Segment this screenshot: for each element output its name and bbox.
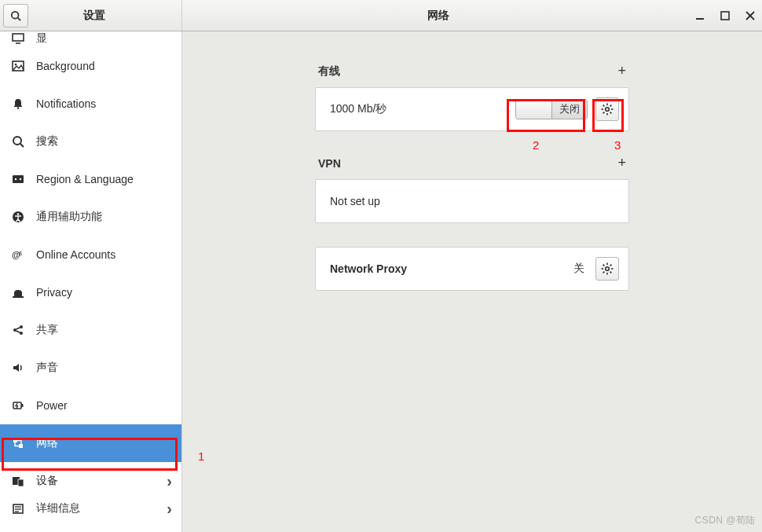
main-content: 有线 + 1000 Mb/秒 关闭 [182, 31, 762, 532]
svg-line-12 [20, 144, 24, 147]
svg-line-41 [603, 105, 605, 107]
devices-icon [11, 474, 25, 488]
sidebar-item-label: Background [36, 60, 172, 72]
svg-point-36 [606, 108, 610, 112]
wired-settings-button[interactable] [595, 97, 619, 121]
svg-rect-3 [721, 12, 729, 20]
sidebar-item-label: Privacy [36, 286, 172, 299]
sidebar-item-1[interactable]: Background [0, 47, 181, 85]
svg-rect-31 [18, 479, 24, 486]
svg-rect-27 [22, 404, 24, 407]
chevron-right-icon: › [167, 500, 172, 517]
toggle-label: 关闭 [552, 100, 587, 119]
sidebar: 显BackgroundNotifications搜索Region & Langu… [0, 31, 182, 532]
vpn-title: VPN [318, 157, 341, 170]
svg-line-51 [610, 272, 612, 273]
svg-rect-28 [13, 438, 17, 442]
sidebar-item-4[interactable]: Region & Language [0, 160, 181, 198]
region-icon [11, 172, 25, 186]
sidebar-item-label: 设备 [36, 474, 156, 488]
sidebar-item-3[interactable]: 搜索 [0, 123, 181, 160]
svg-text:$: $ [19, 251, 22, 256]
sidebar-item-12[interactable]: 设备› [0, 462, 181, 500]
svg-line-42 [610, 112, 612, 114]
add-vpn-button[interactable]: + [617, 155, 626, 171]
vpn-status: Not set up [330, 195, 619, 207]
chevron-right-icon: › [167, 472, 172, 490]
page-title: 网络 [182, 0, 694, 31]
details-icon [11, 501, 25, 515]
svg-line-53 [603, 272, 605, 273]
toggle-knob [516, 100, 552, 119]
svg-point-45 [606, 267, 610, 271]
window-controls [694, 0, 762, 31]
proxy-section: Network Proxy 关 [315, 247, 629, 291]
svg-rect-6 [13, 34, 24, 41]
power-icon [11, 398, 25, 413]
sidebar-item-label: Region & Language [36, 173, 172, 185]
gear-icon [600, 102, 614, 116]
watermark: CSDN @荀陆 [694, 514, 756, 527]
sidebar-item-7[interactable]: Privacy [0, 273, 181, 311]
svg-point-9 [15, 64, 17, 66]
headerbar-left: 设置 [0, 0, 182, 31]
svg-rect-13 [13, 175, 24, 183]
wired-toggle[interactable]: 关闭 [515, 99, 588, 119]
share-icon [11, 323, 25, 337]
svg-point-15 [20, 178, 21, 180]
sidebar-item-label: 搜索 [36, 134, 172, 149]
online-accounts-icon: @$ [11, 248, 25, 262]
sidebar-item-0[interactable]: 显 [0, 31, 181, 47]
sound-icon [11, 361, 25, 375]
svg-line-50 [603, 265, 605, 266]
svg-line-24 [16, 328, 20, 329]
svg-rect-29 [19, 444, 23, 448]
sidebar-item-5[interactable]: 通用辅助功能 [0, 198, 181, 236]
add-wired-button[interactable]: + [617, 63, 626, 79]
svg-line-52 [610, 265, 612, 266]
sidebar-item-label: Notifications [36, 97, 172, 110]
sidebar-item-label: 网络 [36, 436, 172, 450]
vpn-section: VPN + Not set up [315, 155, 629, 223]
minimize-button[interactable] [694, 10, 705, 21]
wired-title: 有线 [318, 64, 340, 79]
maximize-button[interactable] [720, 10, 731, 21]
sidebar-item-11[interactable]: 网络 [0, 424, 181, 462]
svg-rect-20 [13, 296, 24, 298]
sidebar-item-label: 显 [36, 31, 172, 46]
svg-line-44 [603, 112, 605, 114]
close-button[interactable] [745, 10, 756, 21]
sidebar-item-13[interactable]: 详细信息› [0, 500, 181, 517]
sidebar-item-label: 共享 [36, 323, 172, 337]
sidebar-item-label: Power [36, 399, 172, 412]
privacy-icon [11, 285, 25, 299]
sidebar-item-10[interactable]: Power [0, 387, 181, 424]
svg-line-25 [16, 331, 20, 332]
sidebar-item-6[interactable]: @$Online Accounts [0, 236, 181, 273]
sidebar-item-label: 详细信息 [36, 501, 156, 515]
svg-line-43 [610, 105, 612, 107]
bell-icon [11, 97, 25, 111]
svg-point-17 [17, 213, 20, 215]
monitor-icon [11, 31, 25, 46]
svg-point-10 [17, 107, 20, 109]
sidebar-item-label: 通用辅助功能 [36, 210, 172, 224]
search-icon [11, 134, 25, 149]
svg-rect-2 [696, 18, 704, 20]
sidebar-item-label: Online Accounts [36, 248, 172, 261]
sidebar-item-8[interactable]: 共享 [0, 311, 181, 349]
accessibility-icon [11, 210, 25, 224]
headerbar: 设置 网络 [0, 0, 762, 31]
proxy-settings-button[interactable] [595, 257, 619, 281]
proxy-title: Network Proxy [330, 262, 566, 275]
sidebar-title: 设置 [17, 9, 170, 23]
sidebar-item-2[interactable]: Notifications [0, 85, 181, 123]
network-icon [11, 436, 25, 450]
svg-point-14 [15, 178, 16, 180]
gear-icon [600, 262, 614, 276]
svg-point-11 [13, 137, 21, 145]
sidebar-item-9[interactable]: 声音 [0, 349, 181, 387]
wired-section: 有线 + 1000 Mb/秒 关闭 [315, 63, 629, 131]
wired-speed: 1000 Mb/秒 [330, 102, 507, 116]
proxy-status: 关 [573, 262, 588, 276]
